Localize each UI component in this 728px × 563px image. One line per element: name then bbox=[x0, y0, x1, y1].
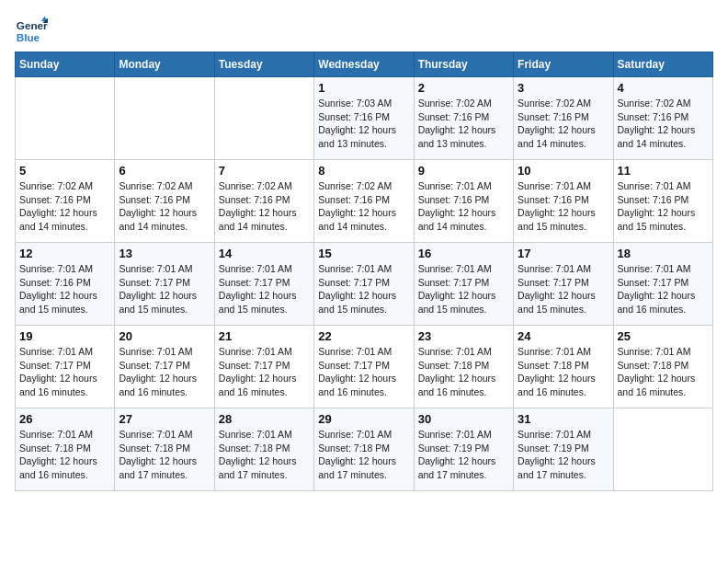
day-number: 16 bbox=[418, 247, 509, 260]
calendar-cell: 11Sunrise: 7:01 AM Sunset: 7:16 PM Dayli… bbox=[613, 160, 712, 243]
calendar-cell: 29Sunrise: 7:01 AM Sunset: 7:18 PM Dayli… bbox=[314, 408, 414, 491]
calendar-cell: 18Sunrise: 7:01 AM Sunset: 7:17 PM Dayli… bbox=[613, 243, 712, 326]
day-info: Sunrise: 7:02 AM Sunset: 7:16 PM Dayligh… bbox=[618, 97, 709, 151]
day-info: Sunrise: 7:01 AM Sunset: 7:17 PM Dayligh… bbox=[219, 262, 310, 316]
calendar-cell: 17Sunrise: 7:01 AM Sunset: 7:17 PM Dayli… bbox=[514, 243, 613, 326]
calendar-cell: 22Sunrise: 7:01 AM Sunset: 7:17 PM Dayli… bbox=[314, 326, 414, 408]
calendar-cell bbox=[214, 77, 313, 160]
day-number: 10 bbox=[518, 164, 609, 178]
day-number: 8 bbox=[318, 164, 409, 178]
calendar-cell: 2Sunrise: 7:02 AM Sunset: 7:16 PM Daylig… bbox=[414, 77, 513, 160]
day-number: 20 bbox=[119, 329, 210, 343]
day-info: Sunrise: 7:02 AM Sunset: 7:16 PM Dayligh… bbox=[219, 179, 310, 234]
svg-text:Blue: Blue bbox=[17, 31, 40, 43]
logo-icon: General Blue bbox=[15, 15, 48, 48]
calendar-week-row: 12Sunrise: 7:01 AM Sunset: 7:16 PM Dayli… bbox=[16, 243, 713, 326]
day-number: 23 bbox=[418, 329, 509, 343]
day-info: Sunrise: 7:01 AM Sunset: 7:17 PM Dayligh… bbox=[219, 345, 310, 399]
day-info: Sunrise: 7:01 AM Sunset: 7:18 PM Dayligh… bbox=[618, 345, 709, 399]
day-info: Sunrise: 7:01 AM Sunset: 7:17 PM Dayligh… bbox=[119, 345, 210, 399]
day-number: 15 bbox=[318, 247, 409, 260]
day-info: Sunrise: 7:01 AM Sunset: 7:18 PM Dayligh… bbox=[418, 345, 509, 399]
day-info: Sunrise: 7:01 AM Sunset: 7:17 PM Dayligh… bbox=[618, 262, 709, 316]
day-number: 6 bbox=[119, 164, 210, 178]
day-header: Wednesday bbox=[314, 52, 414, 77]
calendar-cell: 5Sunrise: 7:02 AM Sunset: 7:16 PM Daylig… bbox=[16, 160, 115, 243]
calendar-cell: 10Sunrise: 7:01 AM Sunset: 7:16 PM Dayli… bbox=[514, 160, 613, 243]
day-info: Sunrise: 7:01 AM Sunset: 7:19 PM Dayligh… bbox=[518, 428, 609, 482]
day-number: 9 bbox=[418, 164, 509, 178]
calendar-cell: 31Sunrise: 7:01 AM Sunset: 7:19 PM Dayli… bbox=[514, 408, 613, 491]
day-number: 26 bbox=[19, 412, 110, 426]
day-number: 2 bbox=[418, 81, 509, 95]
calendar-week-row: 1Sunrise: 7:03 AM Sunset: 7:16 PM Daylig… bbox=[16, 77, 713, 160]
calendar-cell bbox=[115, 77, 214, 160]
day-number: 11 bbox=[618, 164, 709, 178]
day-info: Sunrise: 7:01 AM Sunset: 7:16 PM Dayligh… bbox=[418, 179, 509, 234]
day-number: 31 bbox=[518, 412, 609, 426]
day-number: 13 bbox=[119, 247, 210, 260]
day-header: Saturday bbox=[613, 52, 712, 77]
day-header: Friday bbox=[514, 52, 613, 77]
day-info: Sunrise: 7:01 AM Sunset: 7:19 PM Dayligh… bbox=[418, 428, 509, 482]
day-info: Sunrise: 7:01 AM Sunset: 7:17 PM Dayligh… bbox=[119, 262, 210, 316]
day-info: Sunrise: 7:01 AM Sunset: 7:16 PM Dayligh… bbox=[618, 179, 709, 234]
day-header: Thursday bbox=[414, 52, 513, 77]
calendar-cell: 26Sunrise: 7:01 AM Sunset: 7:18 PM Dayli… bbox=[16, 408, 115, 491]
calendar-cell: 20Sunrise: 7:01 AM Sunset: 7:17 PM Dayli… bbox=[115, 326, 214, 408]
day-info: Sunrise: 7:03 AM Sunset: 7:16 PM Dayligh… bbox=[318, 97, 409, 151]
calendar-cell: 7Sunrise: 7:02 AM Sunset: 7:16 PM Daylig… bbox=[214, 160, 313, 243]
day-number: 27 bbox=[119, 412, 210, 426]
day-info: Sunrise: 7:01 AM Sunset: 7:17 PM Dayligh… bbox=[19, 345, 110, 399]
calendar-week-row: 19Sunrise: 7:01 AM Sunset: 7:17 PM Dayli… bbox=[16, 326, 713, 408]
day-header: Monday bbox=[115, 52, 214, 77]
day-info: Sunrise: 7:01 AM Sunset: 7:16 PM Dayligh… bbox=[19, 262, 110, 316]
day-info: Sunrise: 7:01 AM Sunset: 7:18 PM Dayligh… bbox=[318, 428, 409, 482]
day-number: 1 bbox=[318, 81, 409, 95]
calendar-cell: 6Sunrise: 7:02 AM Sunset: 7:16 PM Daylig… bbox=[115, 160, 214, 243]
logo: General Blue bbox=[15, 15, 48, 48]
calendar-cell: 19Sunrise: 7:01 AM Sunset: 7:17 PM Dayli… bbox=[16, 326, 115, 408]
day-number: 22 bbox=[318, 329, 409, 343]
day-info: Sunrise: 7:02 AM Sunset: 7:16 PM Dayligh… bbox=[518, 97, 609, 151]
day-number: 21 bbox=[219, 329, 310, 343]
calendar-cell: 13Sunrise: 7:01 AM Sunset: 7:17 PM Dayli… bbox=[115, 243, 214, 326]
calendar-cell: 3Sunrise: 7:02 AM Sunset: 7:16 PM Daylig… bbox=[514, 77, 613, 160]
calendar-cell: 25Sunrise: 7:01 AM Sunset: 7:18 PM Dayli… bbox=[613, 326, 712, 408]
calendar-cell: 23Sunrise: 7:01 AM Sunset: 7:18 PM Dayli… bbox=[414, 326, 513, 408]
day-info: Sunrise: 7:01 AM Sunset: 7:18 PM Dayligh… bbox=[219, 428, 310, 482]
day-number: 12 bbox=[19, 247, 110, 260]
calendar-cell: 30Sunrise: 7:01 AM Sunset: 7:19 PM Dayli… bbox=[414, 408, 513, 491]
calendar-cell: 8Sunrise: 7:02 AM Sunset: 7:16 PM Daylig… bbox=[314, 160, 414, 243]
calendar-table: SundayMondayTuesdayWednesdayThursdayFrid… bbox=[15, 52, 713, 491]
day-number: 14 bbox=[219, 247, 310, 260]
calendar-cell: 24Sunrise: 7:01 AM Sunset: 7:18 PM Dayli… bbox=[514, 326, 613, 408]
calendar-cell: 28Sunrise: 7:01 AM Sunset: 7:18 PM Dayli… bbox=[214, 408, 313, 491]
calendar-cell bbox=[16, 77, 115, 160]
day-number: 4 bbox=[618, 81, 709, 95]
header: General Blue bbox=[15, 15, 713, 48]
calendar-week-row: 5Sunrise: 7:02 AM Sunset: 7:16 PM Daylig… bbox=[16, 160, 713, 243]
day-info: Sunrise: 7:02 AM Sunset: 7:16 PM Dayligh… bbox=[19, 179, 110, 234]
calendar-cell: 4Sunrise: 7:02 AM Sunset: 7:16 PM Daylig… bbox=[613, 77, 712, 160]
day-number: 30 bbox=[418, 412, 509, 426]
day-info: Sunrise: 7:01 AM Sunset: 7:17 PM Dayligh… bbox=[318, 345, 409, 399]
day-info: Sunrise: 7:01 AM Sunset: 7:17 PM Dayligh… bbox=[518, 262, 609, 316]
day-number: 17 bbox=[518, 247, 609, 260]
day-info: Sunrise: 7:01 AM Sunset: 7:18 PM Dayligh… bbox=[119, 428, 210, 482]
day-number: 3 bbox=[518, 81, 609, 95]
day-header: Tuesday bbox=[214, 52, 313, 77]
day-info: Sunrise: 7:02 AM Sunset: 7:16 PM Dayligh… bbox=[418, 97, 509, 151]
day-number: 24 bbox=[518, 329, 609, 343]
day-info: Sunrise: 7:01 AM Sunset: 7:18 PM Dayligh… bbox=[518, 345, 609, 399]
calendar-cell: 21Sunrise: 7:01 AM Sunset: 7:17 PM Dayli… bbox=[214, 326, 313, 408]
day-number: 18 bbox=[618, 247, 709, 260]
day-info: Sunrise: 7:02 AM Sunset: 7:16 PM Dayligh… bbox=[119, 179, 210, 234]
day-number: 7 bbox=[219, 164, 310, 178]
calendar-cell: 14Sunrise: 7:01 AM Sunset: 7:17 PM Dayli… bbox=[214, 243, 313, 326]
day-number: 19 bbox=[19, 329, 110, 343]
day-number: 25 bbox=[618, 329, 709, 343]
day-info: Sunrise: 7:01 AM Sunset: 7:17 PM Dayligh… bbox=[318, 262, 409, 316]
calendar-cell: 1Sunrise: 7:03 AM Sunset: 7:16 PM Daylig… bbox=[314, 77, 414, 160]
day-number: 5 bbox=[19, 164, 110, 178]
